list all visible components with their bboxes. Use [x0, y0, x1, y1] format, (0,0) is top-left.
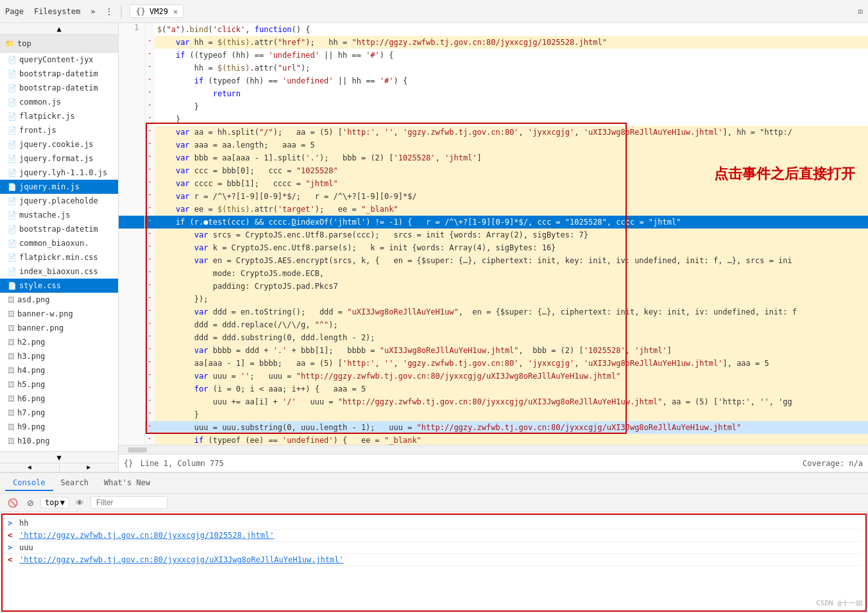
- hscroll-thumb[interactable]: [128, 447, 147, 453]
- sidebar-item-mustache[interactable]: 📄 mustache.js: [0, 208, 118, 222]
- sidebar-item-h5[interactable]: 🖼 h5.png: [0, 377, 118, 392]
- js-icon: 📄: [8, 84, 17, 92]
- tab-console[interactable]: Console: [5, 476, 53, 491]
- png-icon: 🖼: [8, 395, 15, 403]
- clear-console-button[interactable]: 🚫: [5, 497, 21, 509]
- code-content: var uuu = ''; uuu = "http://ggzy.zwfwb.t…: [155, 370, 868, 383]
- sidebar-item-indexcss[interactable]: 📄 index_biaoxun.css: [0, 264, 118, 279]
- png-icon: 🖼: [8, 423, 15, 431]
- tab-close-icon[interactable]: ✕: [173, 7, 178, 16]
- hscroll-bar[interactable]: [119, 445, 868, 454]
- sidebar-item-h7[interactable]: 🖼 h7.png: [0, 406, 118, 420]
- code-content: var r = /^\+?[1-9][0-9]*$/; r = /^\+?[1-…: [155, 190, 868, 203]
- sidebar-scroll-up[interactable]: ▲: [0, 23, 118, 35]
- sidebar: ▲ 📁 top 📄 queryContent-jyx 📄 bootstrap-d…: [0, 23, 119, 472]
- sidebar-item-frontjs[interactable]: 📄 front.js: [0, 123, 118, 137]
- sidebar-item-format[interactable]: 📄 jquery.format.js: [0, 151, 118, 166]
- sidebar-item-h3[interactable]: 🖼 h3.png: [0, 349, 118, 363]
- line-number: [119, 280, 144, 293]
- sidebar-item-stylecss[interactable]: 📄 style.css: [0, 279, 118, 293]
- line-number: [119, 74, 144, 87]
- table-row: - padding: CryptoJS.pad.Pkcs7: [119, 280, 868, 293]
- main-area: ▲ 📁 top 📄 queryContent-jyx 📄 bootstrap-d…: [0, 23, 868, 472]
- sidebar-item-jquerymin[interactable]: 📄 jquery.min.js: [0, 180, 118, 194]
- filter-input[interactable]: [90, 496, 167, 509]
- js-icon: 📄: [8, 126, 17, 135]
- line-diff: -: [144, 100, 155, 113]
- console-link[interactable]: 'http://ggzy.zwfwb.tj.gov.cn:80/jyxxcgjg…: [19, 531, 274, 540]
- table-row: - var r = /^\+?[1-9][0-9]*$/; r = /^\+?[…: [119, 190, 868, 203]
- more-nav[interactable]: »: [90, 7, 95, 16]
- sidebar-item-h2[interactable]: 🖼 h2.png: [0, 335, 118, 349]
- sidebar-header-label: top: [17, 39, 31, 48]
- line-number: [119, 370, 144, 383]
- sidebar-scroll-right[interactable]: ▶: [60, 463, 119, 472]
- sidebar-item-cookie[interactable]: 📄 jquery.cookie.js: [0, 137, 118, 151]
- annotation-text: 点击事件之后直接打开: [714, 164, 855, 184]
- table-row: - for (i = 0; i < aaa; i++) { aaa = 5: [119, 383, 868, 395]
- console-content: > hh < 'http://ggzy.zwfwb.tj.gov.cn:80/j…: [1, 514, 867, 612]
- options-nav[interactable]: ⋮: [105, 7, 113, 16]
- table-row: - ddd = ddd.substring(0, ddd.length - 2)…: [119, 331, 868, 344]
- expand-icon[interactable]: ⊡: [858, 7, 863, 16]
- sidebar-scroll-down[interactable]: ▼: [0, 451, 118, 463]
- line-number: [119, 216, 144, 229]
- sidebar-item-bootstrap2[interactable]: 📄 bootstrap-datetim: [0, 81, 118, 95]
- sidebar-scroll-left[interactable]: ◀: [0, 463, 60, 472]
- png-icon: 🖼: [8, 367, 15, 375]
- table-row: - if ((typeof (hh) == 'undefined' || hh …: [119, 49, 868, 62]
- sidebar-item-placeholder[interactable]: 📄 jquery.placeholde: [0, 194, 118, 208]
- line-number: [119, 344, 144, 357]
- sidebar-item-label: h4.png: [17, 366, 45, 375]
- js-icon: 📄: [8, 225, 17, 234]
- js-icon: 📄: [8, 98, 17, 107]
- line-diff: -: [144, 254, 155, 267]
- png-icon: 🖼: [8, 296, 15, 304]
- eye-button[interactable]: 👁: [73, 497, 87, 509]
- tab-whatsnew[interactable]: What's New: [96, 476, 158, 491]
- code-content: hh = $(this).attr("url");: [155, 62, 868, 74]
- sidebar-item-asd[interactable]: 🖼 asd.png: [0, 293, 118, 307]
- sidebar-item-querycontent[interactable]: 📄 queryContent-jyx: [0, 53, 118, 67]
- table-row: - });: [119, 293, 868, 306]
- filter-button[interactable]: ⊘: [24, 497, 37, 509]
- line-diff: -: [144, 229, 155, 241]
- watermark: CSDN @十一姐: [816, 598, 863, 608]
- console-link[interactable]: 'http://ggzy.zwfwb.tj.gov.cn:80/jyxxcgjg…: [19, 555, 344, 564]
- sidebar-item-banner[interactable]: 🖼 banner.png: [0, 321, 118, 335]
- png-icon: 🖼: [8, 352, 15, 361]
- sidebar-item-h9[interactable]: 🖼 h9.png: [0, 420, 118, 434]
- sidebar-item-label: jquery.lyh-1.1.0.js: [19, 168, 107, 177]
- tab-search[interactable]: Search: [53, 476, 96, 491]
- context-dropdown[interactable]: top ▼: [40, 497, 69, 508]
- sidebar-item-label: style.css: [19, 281, 61, 290]
- page-nav[interactable]: Page: [5, 7, 24, 16]
- sidebar-item-h4[interactable]: 🖼 h4.png: [0, 363, 118, 377]
- sidebar-item-label: h2.png: [17, 338, 45, 347]
- chevron-down-icon: ▼: [60, 498, 65, 507]
- filesystem-nav[interactable]: Filesystem: [34, 7, 80, 16]
- sidebar-item-label: jquery.min.js: [19, 182, 80, 191]
- sidebar-header: 📁 top: [0, 35, 118, 53]
- line-diff: -: [144, 241, 155, 254]
- sidebar-item-bootstrap1[interactable]: 📄 bootstrap-datetim: [0, 67, 118, 81]
- sidebar-item-label: bootstrap-datetim: [19, 69, 98, 78]
- code-scroll[interactable]: 点击事件之后直接打开 1 $("a").bind('click', functi…: [119, 23, 868, 445]
- line-number: [119, 331, 144, 344]
- sidebar-item-h6[interactable]: 🖼 h6.png: [0, 392, 118, 406]
- code-content: var aaa = aa.length; aaa = 5: [155, 139, 868, 151]
- sidebar-item-commonbiaoxun[interactable]: 📄 common_biaoxun.: [0, 236, 118, 250]
- sidebar-item-flatpickrcss[interactable]: 📄 flatpickr.min.css: [0, 250, 118, 264]
- sidebar-item-commonjs[interactable]: 📄 common.js: [0, 95, 118, 109]
- js-icon: 📄: [8, 70, 17, 78]
- tab-vm29[interactable]: {} VM29 ✕: [130, 4, 183, 18]
- sidebar-item-h10[interactable]: 🖼 h10.png: [0, 434, 118, 448]
- sidebar-item-flatpickr[interactable]: 📄 flatpickr.js: [0, 109, 118, 123]
- sidebar-item-lyh[interactable]: 📄 jquery.lyh-1.1.0.js: [0, 166, 118, 180]
- code-content: });: [155, 293, 868, 306]
- table-row: - hh = $(this).attr("url");: [119, 62, 868, 74]
- sidebar-item-bannerw[interactable]: 🖼 banner-w.png: [0, 307, 118, 321]
- sidebar-item-bootstrap3[interactable]: 📄 bootstrap-datetim: [0, 222, 118, 236]
- line-number: 1: [119, 23, 144, 36]
- js-icon: 📄: [8, 169, 17, 177]
